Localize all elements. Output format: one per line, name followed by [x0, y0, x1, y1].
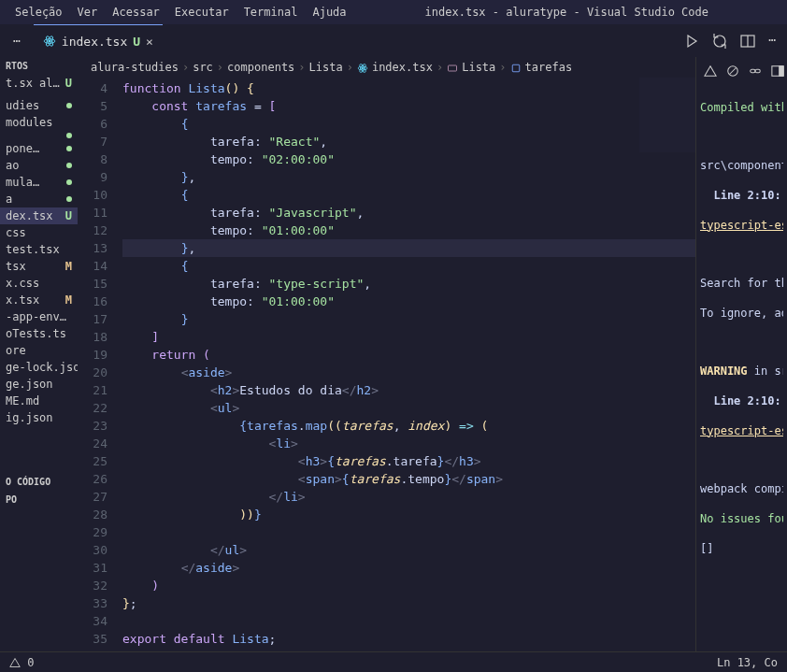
svg-rect-10 — [449, 65, 457, 71]
minimap[interactable] — [639, 78, 695, 152]
section-outline[interactable]: O CÓDIGO — [0, 473, 78, 491]
react-icon — [43, 35, 56, 49]
crumb[interactable]: Lista — [462, 61, 495, 74]
file-item[interactable]: ge.json — [0, 376, 78, 393]
warnings-count[interactable]: 0 — [9, 656, 34, 669]
layout-toggle-icon[interactable] — [771, 63, 784, 78]
split-editor-icon[interactable] — [740, 33, 755, 49]
breadcrumb[interactable]: alura-studies› src› components› Lista› i… — [78, 57, 695, 78]
file-item[interactable]: ge-lock.json — [0, 359, 78, 376]
file-item[interactable]: x.tsxM — [0, 292, 78, 308]
svg-rect-17 — [780, 65, 783, 76]
file-item[interactable]: test.tsx — [0, 241, 78, 258]
no-circle-icon[interactable] — [726, 63, 739, 78]
file-item[interactable]: mula… — [0, 174, 78, 191]
more-actions-icon[interactable]: ⋯ — [768, 33, 776, 49]
method-icon — [447, 61, 458, 74]
crumb[interactable]: src — [193, 61, 213, 74]
explorer-sidebar[interactable]: RTOS t.sx al…U udiesmodulespone…aomula…a… — [0, 57, 78, 651]
cursor-position[interactable]: Ln 13, Co — [717, 656, 778, 669]
file-item[interactable]: ore — [0, 342, 78, 359]
open-editor-item[interactable]: t.sx al…U — [0, 75, 78, 92]
file-item[interactable]: modules — [0, 114, 78, 131]
file-item[interactable]: ig.json — [0, 409, 78, 426]
file-item[interactable] — [0, 131, 78, 140]
tab-filename: index.tsx — [62, 35, 127, 49]
section-timeline[interactable]: PO — [0, 491, 78, 508]
section-open-editors[interactable]: RTOS — [0, 57, 78, 75]
tab-git-status: U — [133, 35, 140, 49]
close-tab-icon[interactable]: × — [146, 35, 153, 49]
menu-ajuda[interactable]: Ajuda — [305, 6, 353, 19]
line-number-gutter[interactable]: 4567891011121314151617181920212223242526… — [78, 78, 122, 651]
more-views-icon[interactable]: ⋯ — [0, 34, 34, 48]
menu-executar[interactable]: Executar — [167, 6, 236, 19]
tab-index-tsx[interactable]: index.tsx U × — [34, 24, 163, 57]
menubar: Seleção Ver Acessar Executar Terminal Aj… — [0, 0, 787, 24]
svg-point-6 — [362, 67, 364, 69]
crumb[interactable]: components — [227, 61, 294, 74]
file-item[interactable]: ME.md — [0, 393, 78, 409]
file-item[interactable]: tsxM — [0, 258, 78, 275]
file-item[interactable]: dex.tsxU — [0, 207, 78, 224]
svg-rect-11 — [512, 64, 520, 72]
crumb[interactable]: Lista — [309, 61, 343, 74]
file-item[interactable]: udies — [0, 97, 78, 114]
svg-rect-15 — [755, 69, 760, 73]
sync-icon[interactable] — [712, 33, 727, 49]
file-item[interactable]: oTests.ts — [0, 325, 78, 342]
code-content[interactable]: function Lista() { const tarefas = [ { t… — [122, 78, 695, 651]
crumb[interactable]: index.tsx — [372, 61, 433, 74]
menu-selecao[interactable]: Seleção — [7, 6, 70, 19]
run-icon[interactable] — [684, 33, 699, 49]
menu-acessar[interactable]: Acessar — [105, 6, 167, 19]
file-item[interactable]: -app-env… — [0, 308, 78, 325]
tab-bar: ⋯ index.tsx U × ⋯ — [0, 24, 787, 57]
statusbar[interactable]: 0 Ln 13, Co — [0, 651, 787, 672]
field-icon — [510, 61, 522, 74]
side-panel[interactable]: Compiled with src\components Line 2:10: … — [695, 57, 787, 651]
file-item[interactable]: pone… — [0, 140, 78, 157]
file-item[interactable]: x.css — [0, 275, 78, 292]
svg-rect-14 — [751, 69, 755, 73]
menu-terminal[interactable]: Terminal — [236, 6, 306, 19]
file-item[interactable]: css — [0, 224, 78, 241]
svg-line-13 — [730, 67, 737, 74]
file-item[interactable]: ao — [0, 157, 78, 174]
warning-icon[interactable] — [704, 63, 717, 78]
svg-point-0 — [49, 40, 50, 42]
terminal-output[interactable]: Compiled with src\components Line 2:10: … — [700, 85, 783, 586]
crumb[interactable]: tarefas — [525, 61, 573, 74]
link-icon[interactable] — [749, 63, 762, 78]
editor-area[interactable]: alura-studies› src› components› Lista› i… — [78, 57, 695, 651]
window-title: index.tsx - aluratype - Visual Studio Co… — [354, 6, 780, 19]
menu-ver[interactable]: Ver — [70, 6, 106, 19]
file-item[interactable]: a — [0, 191, 78, 207]
crumb[interactable]: alura-studies — [91, 61, 179, 74]
react-icon — [357, 61, 368, 74]
